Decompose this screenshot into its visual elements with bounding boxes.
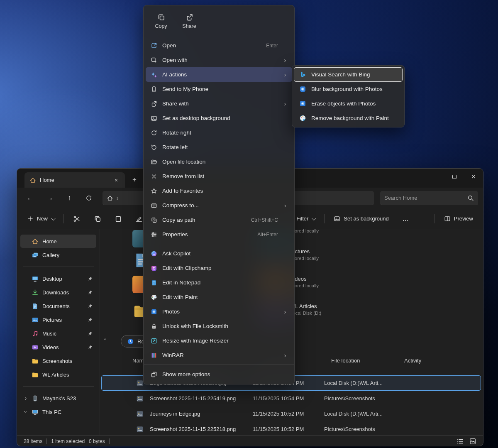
- chevron-right-icon: ›: [283, 71, 287, 78]
- paint-icon: [151, 294, 157, 301]
- tab-home[interactable]: Home ×: [24, 172, 125, 188]
- pictures-icon: [32, 316, 39, 323]
- context-menu-item[interactable]: WinRAR ›: [146, 348, 292, 362]
- context-menu-item[interactable]: AI actions ›: [146, 67, 292, 82]
- context-menu-item[interactable]: Open file location ›: [146, 154, 292, 169]
- copy-path-icon: [151, 217, 157, 223]
- tab-close-button[interactable]: ×: [112, 176, 121, 185]
- context-menu-item[interactable]: Open with ›: [146, 53, 292, 67]
- search-input[interactable]: [384, 195, 467, 201]
- sidebar-item[interactable]: › WL Articles: [20, 368, 96, 381]
- downloads-icon: [32, 289, 39, 296]
- copy-button[interactable]: [90, 212, 105, 226]
- context-menu-item[interactable]: Photos ›: [146, 304, 292, 319]
- sidebar-item[interactable]: › Documents: [20, 299, 96, 313]
- ai-submenu-item[interactable]: Remove background with Paint: [294, 111, 403, 125]
- image-file-icon: [136, 425, 144, 433]
- file-row[interactable]: Screenshot 2025-11-15 225218.png 11/15/2…: [101, 421, 481, 435]
- quick-access-tile[interactable]: Stored locally: [290, 229, 386, 248]
- documents-icon: [32, 303, 39, 310]
- quick-access-tile[interactable]: Pictures Stored locally: [290, 248, 386, 276]
- separator: [23, 267, 94, 267]
- sidebar-item[interactable]: › Desktop: [20, 272, 96, 285]
- minimize-button[interactable]: [426, 169, 445, 185]
- context-menu-item[interactable]: Send to My Phone ›: [146, 82, 292, 96]
- context-menu-item[interactable]: Compress to... ›: [146, 198, 292, 213]
- large-thumbnails-view-icon[interactable]: [469, 438, 476, 445]
- maximize-button[interactable]: [445, 169, 464, 185]
- chevron-right-icon: ›: [283, 352, 287, 359]
- ai-submenu-item[interactable]: Erase objects with Photos: [294, 96, 403, 111]
- close-button[interactable]: ×: [464, 169, 483, 185]
- file-row[interactable]: Journeys in Edge.jpg 11/15/2025 10:52 PM…: [101, 406, 481, 421]
- forward-button[interactable]: →: [42, 191, 58, 205]
- ai-submenu-item[interactable]: Blur background with Photos: [294, 82, 403, 96]
- column-header-file-location[interactable]: File location: [331, 357, 360, 364]
- expander-chevron-icon[interactable]: ›: [22, 410, 29, 414]
- quick-access-tile[interactable]: Videos Stored locally: [290, 276, 386, 303]
- items-count: 28 items: [24, 438, 42, 444]
- context-menu-item[interactable]: Add to Favorites ›: [146, 184, 292, 198]
- bing-icon: [299, 71, 306, 78]
- details-view-icon[interactable]: [456, 438, 464, 445]
- quick-action-button[interactable]: Copy: [148, 10, 174, 33]
- context-menu-item[interactable]: Open Enter ›: [146, 38, 292, 53]
- search-box[interactable]: [380, 191, 478, 205]
- selection-count: 1 item selected: [51, 438, 85, 444]
- context-menu-item[interactable]: Copy as path Ctrl+Shift+C ›: [146, 213, 292, 227]
- new-button-label: New: [37, 215, 48, 222]
- sidebar-item[interactable]: › This PC: [20, 405, 96, 419]
- context-menu-item[interactable]: Ask Copilot ›: [146, 246, 292, 261]
- folder-open-icon: [151, 159, 157, 165]
- sidebar-item[interactable]: › Mayank's S23: [20, 392, 96, 405]
- sidebar-item[interactable]: › Pictures: [20, 313, 96, 326]
- context-menu-item[interactable]: Unlock with File Locksmith ›: [146, 319, 292, 333]
- search-icon[interactable]: [467, 195, 474, 201]
- desktop-icon: [32, 275, 39, 282]
- chevron-down-icon: [312, 215, 316, 220]
- context-menu-item[interactable]: Share with ›: [146, 96, 292, 111]
- context-menu-item[interactable]: Rotate left ›: [146, 140, 292, 154]
- sidebar-item[interactable]: › Screenshots: [20, 354, 96, 367]
- context-menu-item[interactable]: Edit with Clipchamp ›: [146, 261, 292, 275]
- cut-button[interactable]: [69, 212, 85, 226]
- new-button[interactable]: New: [23, 212, 59, 226]
- sidebar-item[interactable]: › Videos: [20, 340, 96, 354]
- wallpaper-icon: [334, 215, 340, 222]
- sidebar-item[interactable]: › Gallery: [20, 248, 96, 262]
- separator: [63, 214, 64, 223]
- chevron-right-icon: ›: [283, 100, 287, 107]
- back-button[interactable]: ←: [22, 191, 39, 205]
- selection-size: 0 bytes: [89, 438, 105, 444]
- ai-submenu-item[interactable]: Visual Search with Bing: [294, 67, 403, 82]
- paste-button[interactable]: [110, 212, 126, 226]
- context-menu-item[interactable]: Remove from list ›: [146, 169, 292, 184]
- clock-icon: [127, 338, 134, 345]
- context-menu-item[interactable]: Show more options ›: [146, 367, 292, 382]
- see-more-button[interactable]: …: [398, 212, 414, 226]
- sidebar-item[interactable]: › Home: [20, 235, 96, 248]
- context-menu-item[interactable]: Edit in Notepad ›: [146, 275, 292, 290]
- breadcrumb-home-icon[interactable]: [107, 195, 113, 201]
- context-menu-item[interactable]: Edit with Paint ›: [146, 290, 292, 304]
- context-menu-item[interactable]: Rotate right ›: [146, 125, 292, 140]
- column-header-activity[interactable]: Activity: [404, 357, 421, 364]
- sidebar-item[interactable]: › Downloads: [20, 286, 96, 299]
- sidebar-item[interactable]: › Music: [20, 327, 96, 340]
- preview-button[interactable]: Preview: [440, 212, 477, 226]
- quick-action-button[interactable]: Share: [176, 10, 203, 33]
- file-row[interactable]: Screenshot 2025-11-15 225419.png 11/15/2…: [101, 391, 481, 406]
- up-button[interactable]: ↑: [61, 191, 78, 205]
- recent-collapse-chevron-icon[interactable]: ›: [104, 338, 109, 343]
- folder-icon: [32, 371, 39, 378]
- context-menu-item[interactable]: Resize with Image Resizer ›: [146, 333, 292, 348]
- new-tab-button[interactable]: +: [128, 174, 141, 186]
- expander-chevron-icon[interactable]: ›: [24, 395, 28, 401]
- quick-access-tile[interactable]: WL Articles Local Disk (D:): [290, 303, 386, 330]
- context-menu-item[interactable]: Set as desktop background ›: [146, 111, 292, 125]
- clipchamp-icon: [151, 265, 157, 272]
- context-menu-item[interactable]: Properties Alt+Enter ›: [146, 227, 292, 242]
- set-as-background-button[interactable]: Set as background: [330, 212, 393, 226]
- preview-icon: [444, 215, 451, 222]
- refresh-button[interactable]: [81, 191, 97, 205]
